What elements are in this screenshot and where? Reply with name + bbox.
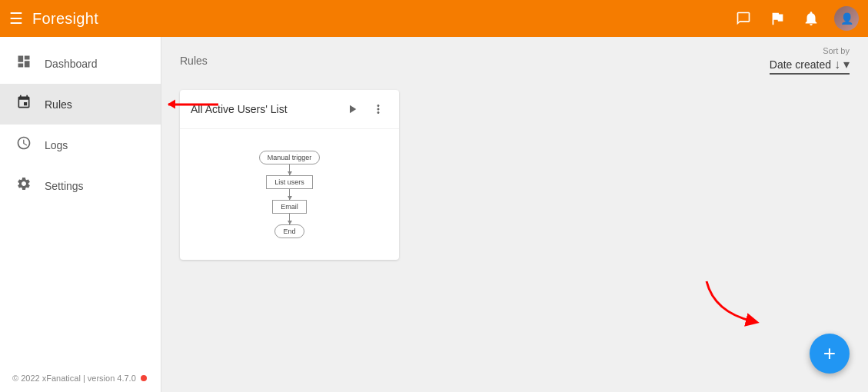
sort-section: Sort by Date created ↓ ▾ bbox=[696, 46, 850, 75]
sidebar-item-logs-label: Logs bbox=[45, 139, 68, 151]
flag-icon[interactable] bbox=[767, 8, 788, 29]
breadcrumb: Rules bbox=[180, 55, 208, 67]
rule-card: All Active Users' List Manual bbox=[180, 90, 399, 260]
sidebar-item-settings[interactable]: Settings bbox=[0, 165, 161, 206]
sort-by-label: Sort by bbox=[823, 46, 850, 55]
hamburger-icon[interactable]: ☰ bbox=[9, 9, 23, 28]
fc-node-manual-trigger: Manual trigger bbox=[259, 151, 321, 164]
version-status-dot bbox=[141, 375, 147, 381]
content-area: Rules Sort by Date created ↓ ▾ All Activ… bbox=[161, 37, 868, 392]
avatar-image: 👤 bbox=[834, 6, 859, 31]
sort-chevron-icon: ▾ bbox=[843, 57, 850, 71]
sidebar-item-rules-label: Rules bbox=[45, 98, 72, 111]
app-title: Foresight bbox=[32, 10, 98, 28]
navbar-left: ☰ Foresight bbox=[9, 9, 733, 28]
sidebar-item-settings-label: Settings bbox=[45, 180, 84, 192]
cards-area: All Active Users' List Manual bbox=[161, 81, 868, 392]
fab-add-button[interactable]: + bbox=[810, 334, 850, 374]
sort-arrow-down-icon: ↓ bbox=[834, 58, 840, 71]
sort-select-wrapper[interactable]: Date created ↓ ▾ bbox=[770, 57, 850, 75]
sidebar-footer: © 2022 xFanatical | version 4.7.0 bbox=[0, 364, 161, 392]
sort-select-value: Date created bbox=[770, 58, 831, 71]
rule-card-actions bbox=[342, 99, 388, 119]
more-options-button[interactable] bbox=[368, 99, 388, 119]
fc-arrow-1 bbox=[289, 164, 290, 175]
content-header: Rules Sort by Date created ↓ ▾ bbox=[161, 37, 868, 81]
sidebar: Dashboard Rules Logs bbox=[0, 37, 161, 392]
rule-card-header: All Active Users' List bbox=[180, 90, 399, 129]
navbar: ☰ Foresight 👤 bbox=[0, 0, 868, 37]
flowchart: Manual trigger List users Email End bbox=[259, 151, 321, 238]
fc-node-end: End bbox=[274, 224, 304, 238]
fc-node-list-users: List users bbox=[266, 175, 313, 189]
settings-icon bbox=[15, 176, 32, 195]
rule-card-body: Manual trigger List users Email End bbox=[180, 129, 399, 260]
navbar-right: 👤 bbox=[733, 6, 859, 31]
copyright-text: © 2022 xFanatical | version 4.7.0 bbox=[12, 374, 136, 383]
chat-icon[interactable] bbox=[733, 8, 754, 29]
fc-arrow-2 bbox=[289, 189, 290, 200]
rules-icon bbox=[15, 95, 32, 114]
notification-bell-icon[interactable] bbox=[800, 8, 822, 29]
sidebar-nav: Dashboard Rules Logs bbox=[0, 37, 161, 206]
sidebar-item-logs[interactable]: Logs bbox=[0, 125, 161, 165]
play-rule-button[interactable] bbox=[342, 99, 362, 119]
dashboard-icon bbox=[15, 54, 32, 73]
avatar[interactable]: 👤 bbox=[834, 6, 859, 31]
sidebar-item-dashboard-label: Dashboard bbox=[45, 58, 98, 70]
logs-icon bbox=[15, 135, 32, 154]
rule-card-title: All Active Users' List bbox=[191, 103, 288, 115]
main-layout: Dashboard Rules Logs bbox=[0, 37, 868, 392]
sidebar-item-rules[interactable]: Rules bbox=[0, 84, 161, 125]
fc-node-email: Email bbox=[272, 200, 307, 214]
fc-arrow-3 bbox=[289, 214, 290, 224]
sidebar-item-dashboard[interactable]: Dashboard bbox=[0, 43, 161, 84]
